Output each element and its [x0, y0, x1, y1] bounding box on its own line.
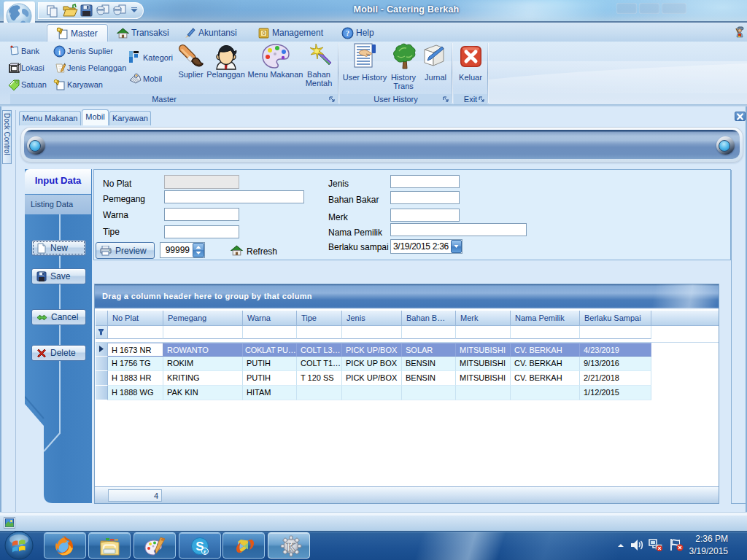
svg-text:i: i	[58, 47, 61, 56]
svg-text:K: K	[286, 540, 296, 554]
svg-text:0: 0	[262, 30, 265, 36]
svg-text:?: ?	[346, 29, 349, 37]
svg-text:ε: ε	[204, 548, 206, 555]
